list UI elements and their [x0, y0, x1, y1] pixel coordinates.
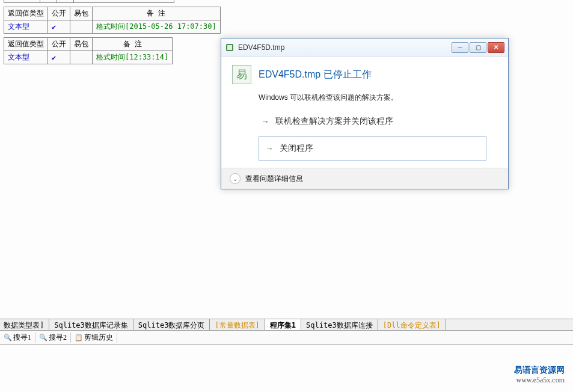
search-1[interactable]: 🔍 搜寻1 [4, 332, 35, 343]
watermark-url: www.e5a5x.com [514, 376, 565, 385]
arrow-icon: → [265, 144, 274, 153]
dialog-message: Windows 可以联机检查该问题的解决方案。 [259, 93, 497, 103]
cell-note: 格式时间[2015-05-26 17:07:30] [93, 20, 221, 34]
watermark-title: 易语言资源网 [514, 365, 565, 376]
option-check-online[interactable]: → 联机检查解决方案并关闭该程序 [259, 112, 486, 130]
table-row: 文本型 ✔ 格式时间[2015-05-26 17:07:30] [4, 20, 221, 34]
cell [40, 0, 57, 3]
cell-yibao [70, 20, 93, 34]
col-return-type: 返回值类型 [4, 7, 48, 20]
tab-sqlite-paging[interactable]: Sqlite3数据库分页 [133, 319, 210, 330]
search-icon: 🔍 [39, 334, 47, 342]
search-label: 搜寻1 [13, 332, 31, 343]
watermark: 易语言资源网 www.e5a5x.com [514, 365, 565, 385]
cell-pub: ✔ [48, 51, 70, 64]
info-table-2: 返回值类型 公开 易包 备 注 文本型 ✔ 格式时间[12:33:14] [4, 37, 173, 64]
option-close-program[interactable]: → 关闭程序 [259, 136, 486, 161]
search-toolbar: 🔍 搜寻1 🔍 搜寻2 📋 剪辑历史 [0, 331, 573, 345]
dialog-app-icon: 易 [232, 65, 251, 84]
tab-bar: 数据类型表] Sqlite3数据库记录集 Sqlite3数据库分页 [常量数据表… [0, 319, 573, 331]
cell-note: 格式时间[12:33:14] [93, 51, 173, 64]
maximize-button[interactable]: ▢ [470, 42, 486, 53]
cell [57, 0, 74, 3]
search-label: 搜寻2 [49, 332, 67, 343]
tab-constants[interactable]: [常量数据表] [210, 319, 265, 330]
tab-programset1[interactable]: 程序集1 [265, 319, 301, 330]
svg-rect-1 [227, 45, 232, 50]
cell-rettype: 文本型 [4, 51, 48, 64]
cell-yibao [70, 51, 93, 64]
arrow-icon: → [261, 117, 269, 126]
titlebar[interactable]: EDV4F5D.tmp ─ ▢ ✕ [221, 38, 508, 57]
search-2[interactable]: 🔍 搜寻2 [39, 332, 71, 343]
cell: 将ansi编码字符串转换utf8 [74, 0, 174, 3]
table-row: 文本型 ✔ 格式时间[12:33:14] [4, 51, 173, 64]
clipboard-icon: 📋 [75, 334, 83, 342]
clip-history[interactable]: 📋 剪辑历史 [75, 332, 117, 343]
col-yibao: 易包 [70, 38, 93, 51]
partial-table-row: 字符集 将ansi编码字符串转换utf8 [4, 0, 174, 3]
minimize-button[interactable]: ─ [452, 42, 468, 53]
col-return-type: 返回值类型 [4, 38, 48, 51]
tab-dll-cmd[interactable]: [Dll命令定义表] [378, 319, 446, 330]
tab-sqlite-conn[interactable]: Sqlite3数据库连接 [301, 319, 378, 330]
clip-label: 剪辑历史 [84, 332, 113, 343]
dialog-heading: EDV4F5D.tmp 已停止工作 [259, 69, 372, 81]
cell-rettype: 文本型 [4, 20, 48, 34]
col-note: 备 注 [93, 38, 173, 51]
app-icon [225, 43, 234, 52]
col-public: 公开 [48, 38, 70, 51]
option-label: 关闭程序 [280, 143, 313, 154]
chevron-down-icon: ⌄ [230, 173, 241, 184]
search-icon: 🔍 [4, 334, 12, 342]
cell-pub: ✔ [48, 20, 70, 34]
option-label: 联机检查解决方案并关闭该程序 [275, 116, 393, 127]
tab-datatypes[interactable]: 数据类型表] [0, 319, 49, 330]
col-public: 公开 [48, 7, 70, 20]
window-title: EDV4F5D.tmp [238, 43, 452, 52]
col-note: 备 注 [93, 7, 221, 20]
col-yibao: 易包 [70, 7, 93, 20]
dialog-footer[interactable]: ⌄ 查看问题详细信息 [221, 168, 508, 189]
error-dialog: EDV4F5D.tmp ─ ▢ ✕ 易 EDV4F5D.tmp 已停止工作 Wi… [221, 38, 509, 189]
tab-sqlite-recordset[interactable]: Sqlite3数据库记录集 [49, 319, 133, 330]
close-button[interactable]: ✕ [488, 42, 504, 53]
info-table-1: 返回值类型 公开 易包 备 注 文本型 ✔ 格式时间[2015-05-26 17… [4, 7, 221, 34]
cell: 字符集 [4, 0, 40, 3]
details-label: 查看问题详细信息 [245, 174, 303, 184]
